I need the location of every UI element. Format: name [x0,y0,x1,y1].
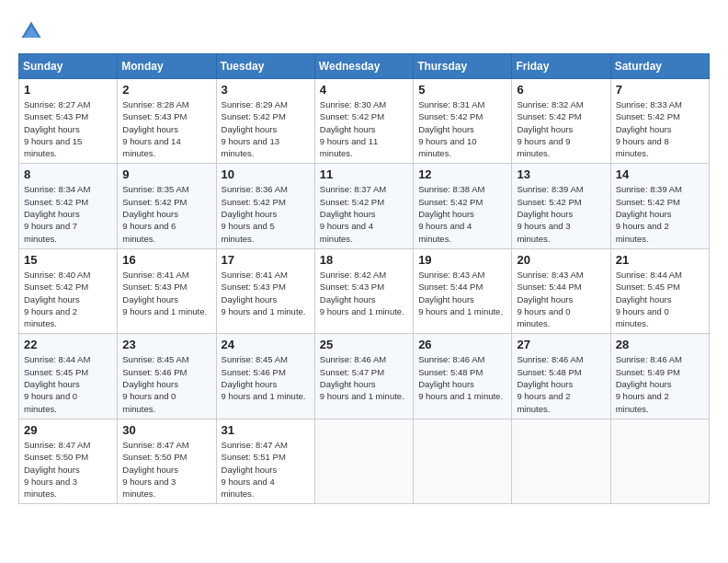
day-number: 3 [222,83,310,97]
day-info: Sunrise: 8:37 AM Sunset: 5:42 PM Dayligh… [320,183,408,244]
calendar-cell: 17 Sunrise: 8:41 AM Sunset: 5:43 PM Dayl… [216,248,314,333]
day-number: 6 [517,83,605,97]
day-number: 19 [418,253,506,267]
day-number: 10 [222,167,310,181]
calendar-cell: 18 Sunrise: 8:42 AM Sunset: 5:43 PM Dayl… [314,248,413,333]
day-info: Sunrise: 8:43 AM Sunset: 5:44 PM Dayligh… [418,269,506,317]
day-number: 18 [320,253,408,267]
day-number: 8 [24,167,112,181]
calendar-cell: 13 Sunrise: 8:39 AM Sunset: 5:42 PM Dayl… [512,164,610,248]
day-of-week-header: Friday [512,54,610,79]
logo [18,18,48,44]
day-info: Sunrise: 8:35 AM Sunset: 5:42 PM Dayligh… [122,183,210,244]
day-of-week-header: Tuesday [216,54,314,79]
day-info: Sunrise: 8:34 AM Sunset: 5:42 PM Dayligh… [24,183,112,244]
calendar-cell: 10 Sunrise: 8:36 AM Sunset: 5:42 PM Dayl… [216,164,314,248]
day-number: 11 [320,167,408,181]
day-info: Sunrise: 8:30 AM Sunset: 5:42 PM Dayligh… [320,98,408,159]
day-info: Sunrise: 8:43 AM Sunset: 5:44 PM Dayligh… [517,269,605,329]
day-info: Sunrise: 8:41 AM Sunset: 5:43 PM Dayligh… [222,269,310,317]
day-number: 16 [122,253,210,267]
calendar-cell: 16 Sunrise: 8:41 AM Sunset: 5:43 PM Dayl… [118,248,216,333]
calendar-cell: 24 Sunrise: 8:45 AM Sunset: 5:46 PM Dayl… [216,334,314,419]
day-number: 4 [320,83,408,97]
day-number: 17 [222,253,310,267]
day-number: 5 [418,83,506,97]
calendar-cell: 5 Sunrise: 8:31 AM Sunset: 5:42 PM Dayli… [414,79,512,164]
page-header [18,18,710,44]
day-info: Sunrise: 8:39 AM Sunset: 5:42 PM Dayligh… [616,183,704,244]
calendar-cell [610,419,709,503]
day-number: 30 [122,423,210,437]
calendar-cell: 25 Sunrise: 8:46 AM Sunset: 5:47 PM Dayl… [314,334,413,419]
calendar-cell [512,419,610,503]
day-info: Sunrise: 8:41 AM Sunset: 5:43 PM Dayligh… [122,269,210,317]
day-info: Sunrise: 8:27 AM Sunset: 5:43 PM Dayligh… [24,98,112,159]
day-number: 12 [418,167,506,181]
day-info: Sunrise: 8:47 AM Sunset: 5:50 PM Dayligh… [24,439,112,500]
calendar-cell: 28 Sunrise: 8:46 AM Sunset: 5:49 PM Dayl… [610,334,709,419]
day-number: 15 [24,253,112,267]
day-number: 24 [222,338,310,351]
calendar-cell: 19 Sunrise: 8:43 AM Sunset: 5:44 PM Dayl… [414,248,512,333]
day-number: 9 [122,167,210,181]
calendar-cell: 14 Sunrise: 8:39 AM Sunset: 5:42 PM Dayl… [610,164,709,248]
calendar-cell: 12 Sunrise: 8:38 AM Sunset: 5:42 PM Dayl… [414,164,512,248]
day-number: 7 [616,83,704,97]
calendar-cell: 2 Sunrise: 8:28 AM Sunset: 5:43 PM Dayli… [118,79,216,164]
day-info: Sunrise: 8:42 AM Sunset: 5:43 PM Dayligh… [320,269,408,317]
day-number: 28 [616,338,704,351]
day-number: 29 [24,423,112,437]
calendar-cell: 9 Sunrise: 8:35 AM Sunset: 5:42 PM Dayli… [118,164,216,248]
calendar-cell: 30 Sunrise: 8:47 AM Sunset: 5:50 PM Dayl… [118,419,216,503]
day-info: Sunrise: 8:45 AM Sunset: 5:46 PM Dayligh… [222,353,310,402]
calendar-cell: 15 Sunrise: 8:40 AM Sunset: 5:42 PM Dayl… [19,248,118,333]
day-info: Sunrise: 8:39 AM Sunset: 5:42 PM Dayligh… [517,183,605,244]
calendar-cell: 29 Sunrise: 8:47 AM Sunset: 5:50 PM Dayl… [19,419,118,503]
calendar-cell: 26 Sunrise: 8:46 AM Sunset: 5:48 PM Dayl… [414,334,512,419]
day-info: Sunrise: 8:28 AM Sunset: 5:43 PM Dayligh… [122,98,210,159]
day-number: 21 [616,253,704,267]
day-number: 1 [24,83,112,97]
logo-icon [18,18,44,44]
day-info: Sunrise: 8:33 AM Sunset: 5:42 PM Dayligh… [616,98,704,159]
calendar-cell: 7 Sunrise: 8:33 AM Sunset: 5:42 PM Dayli… [610,79,709,164]
day-info: Sunrise: 8:46 AM Sunset: 5:48 PM Dayligh… [418,353,506,402]
day-info: Sunrise: 8:46 AM Sunset: 5:48 PM Dayligh… [517,353,605,414]
day-number: 22 [24,338,112,351]
day-number: 27 [517,338,605,351]
day-info: Sunrise: 8:44 AM Sunset: 5:45 PM Dayligh… [24,353,112,414]
calendar-cell: 23 Sunrise: 8:45 AM Sunset: 5:46 PM Dayl… [118,334,216,419]
calendar-cell: 11 Sunrise: 8:37 AM Sunset: 5:42 PM Dayl… [314,164,413,248]
day-info: Sunrise: 8:46 AM Sunset: 5:47 PM Dayligh… [320,353,408,402]
day-number: 20 [517,253,605,267]
day-info: Sunrise: 8:40 AM Sunset: 5:42 PM Dayligh… [24,269,112,329]
calendar-cell: 27 Sunrise: 8:46 AM Sunset: 5:48 PM Dayl… [512,334,610,419]
calendar-cell [314,419,413,503]
day-info: Sunrise: 8:31 AM Sunset: 5:42 PM Dayligh… [418,98,506,159]
day-info: Sunrise: 8:47 AM Sunset: 5:51 PM Dayligh… [222,439,310,500]
day-info: Sunrise: 8:44 AM Sunset: 5:45 PM Dayligh… [616,269,704,329]
day-info: Sunrise: 8:47 AM Sunset: 5:50 PM Dayligh… [122,439,210,500]
day-number: 25 [320,338,408,351]
day-of-week-header: Sunday [19,54,118,79]
day-info: Sunrise: 8:32 AM Sunset: 5:42 PM Dayligh… [517,98,605,159]
day-of-week-header: Saturday [610,54,709,79]
calendar-table: SundayMondayTuesdayWednesdayThursdayFrid… [18,53,710,504]
calendar-cell: 31 Sunrise: 8:47 AM Sunset: 5:51 PM Dayl… [216,419,314,503]
day-number: 14 [616,167,704,181]
day-number: 2 [122,83,210,97]
day-number: 31 [222,423,310,437]
day-of-week-header: Monday [118,54,216,79]
day-number: 23 [122,338,210,351]
calendar-cell: 6 Sunrise: 8:32 AM Sunset: 5:42 PM Dayli… [512,79,610,164]
day-of-week-header: Wednesday [314,54,413,79]
day-number: 26 [418,338,506,351]
calendar-cell: 20 Sunrise: 8:43 AM Sunset: 5:44 PM Dayl… [512,248,610,333]
calendar-cell: 4 Sunrise: 8:30 AM Sunset: 5:42 PM Dayli… [314,79,413,164]
calendar-cell [414,419,512,503]
day-info: Sunrise: 8:45 AM Sunset: 5:46 PM Dayligh… [122,353,210,414]
calendar-cell: 21 Sunrise: 8:44 AM Sunset: 5:45 PM Dayl… [610,248,709,333]
calendar-cell: 3 Sunrise: 8:29 AM Sunset: 5:42 PM Dayli… [216,79,314,164]
day-number: 13 [517,167,605,181]
